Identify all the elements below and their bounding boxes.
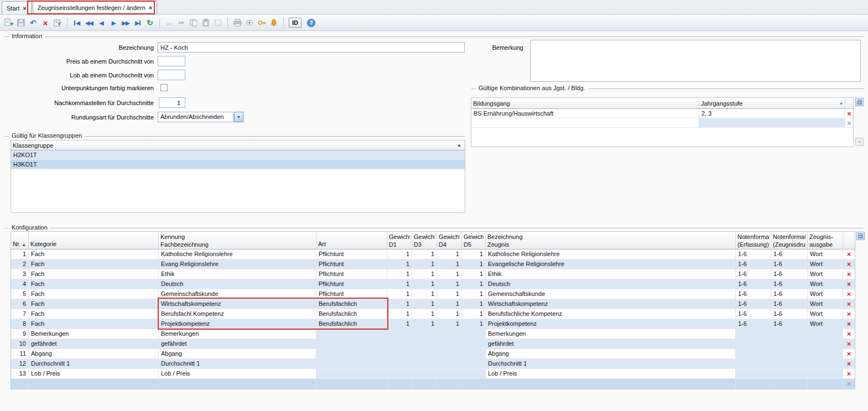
cell-kennung[interactable]: Ethik <box>159 269 316 279</box>
cell-art[interactable]: Pflichtunt <box>316 249 387 259</box>
table-row[interactable]: 5FachGemeinschaftskundePflichtunt1111Gem… <box>11 289 855 299</box>
cell-nr[interactable]: 12 <box>11 359 29 368</box>
cell-nr[interactable]: 8 <box>11 319 29 329</box>
table-row[interactable]: 6FachWirtschaftskompetenzBerufsfachlich1… <box>11 299 855 309</box>
delete-row-icon[interactable]: × <box>847 110 851 117</box>
cell-kennung[interactable]: Gemeinschaftskunde <box>159 289 316 299</box>
tab-start[interactable]: Start × <box>2 1 32 14</box>
cell-bezeichnung[interactable]: Ethik <box>486 269 736 279</box>
cell-kategorie[interactable]: Fach <box>29 319 159 329</box>
cell-nf_erf[interactable]: 1-6 <box>736 299 771 309</box>
cell-d4[interactable]: 1 <box>437 249 462 259</box>
cell-d4[interactable]: 1 <box>437 309 462 319</box>
delete-row-icon[interactable]: × <box>847 290 851 298</box>
delete-row-icon[interactable]: × <box>847 330 851 337</box>
cell-d1[interactable] <box>387 349 412 358</box>
bezeichnung-input[interactable] <box>158 42 465 53</box>
cell-nf_erf[interactable]: 1-6 <box>736 269 771 279</box>
cell-nf_druck[interactable]: 1-6 <box>771 299 808 309</box>
cell-nf_druck[interactable]: 1-6 <box>771 279 808 289</box>
table-row-empty[interactable]: × <box>471 118 853 128</box>
nav-prev-fast-icon[interactable]: ◀◀ <box>84 17 95 29</box>
cell-nf_erf[interactable] <box>736 359 771 368</box>
cell-art[interactable]: Pflichtunt <box>316 289 387 299</box>
cell-bezeichnung[interactable]: Lob / Preis <box>486 369 736 378</box>
delete-record-icon[interactable]: × <box>40 17 51 29</box>
cell-nf_druck[interactable]: 1-6 <box>771 249 808 259</box>
cell-nr[interactable]: 5 <box>11 289 29 299</box>
column-header-d4[interactable]: GewichtD4 <box>437 232 462 249</box>
cell-d3[interactable]: 1 <box>412 279 437 289</box>
tab-close-icon[interactable]: × <box>23 5 26 12</box>
table-row[interactable]: 1FachKatholische ReligionslehrePflichtun… <box>11 249 855 259</box>
cell-d5[interactable] <box>462 329 486 339</box>
cell-kennung[interactable]: Deutsch <box>159 279 316 289</box>
cell-d1[interactable]: 1 <box>387 279 412 289</box>
cell-art[interactable]: Berufsfachlich <box>316 319 387 329</box>
cell-nr[interactable]: 1 <box>11 249 29 259</box>
column-header-bildungsgang[interactable]: Bildungsgang <box>471 98 699 108</box>
cell-d5[interactable]: 1 <box>462 289 486 299</box>
cell-nr[interactable]: 11 <box>11 349 29 358</box>
nav-next-icon[interactable]: ▶ <box>108 17 119 29</box>
cell-d3[interactable] <box>412 359 437 368</box>
cell-kennung[interactable]: Evang.Religionslehre <box>159 259 316 269</box>
cell-kennung[interactable]: Projektkompetenz <box>159 319 316 329</box>
select-region-icon[interactable] <box>212 17 224 29</box>
unterpunktungen-checkbox[interactable] <box>160 84 168 91</box>
cell-d5[interactable]: 1 <box>462 279 486 289</box>
cell-ausgabe[interactable] <box>808 349 843 358</box>
cell-nf_erf[interactable]: 1-6 <box>736 259 771 269</box>
cell-nf_druck[interactable] <box>771 349 808 358</box>
cell-bezeichnung[interactable]: Berufsfachliche Kompetenz <box>486 309 736 319</box>
table-row[interactable]: 4FachDeutschPflichtunt1111Deutsch1-61-6W… <box>11 279 855 289</box>
delete-row-icon[interactable]: × <box>847 350 851 357</box>
cell-nf_erf[interactable]: 1-6 <box>736 309 771 319</box>
cell-d4[interactable] <box>437 339 462 348</box>
delete-row-icon[interactable]: × <box>847 251 851 258</box>
delete-row-icon[interactable]: × <box>847 270 851 278</box>
cell-ausgabe[interactable]: Wort <box>808 249 843 259</box>
cell-nr[interactable]: 3 <box>11 269 29 279</box>
column-header-d5[interactable]: GewichtD5 <box>462 232 486 249</box>
cell-ausgabe[interactable] <box>808 369 843 378</box>
cell-art[interactable] <box>316 329 387 339</box>
table-row[interactable]: 3FachEthikPflichtunt1111Ethik1-61-6Wort× <box>11 269 855 279</box>
delete-row-icon[interactable]: × <box>847 310 851 318</box>
cell-kennung[interactable]: gefährdet <box>159 339 316 348</box>
cell-d3[interactable] <box>412 369 437 378</box>
bell-icon[interactable] <box>268 17 279 29</box>
cell-art[interactable]: Pflichtunt <box>316 269 387 279</box>
column-options-button[interactable] <box>856 232 865 240</box>
nav-prev-icon[interactable]: ◀ <box>96 17 107 29</box>
column-header-jahrgangsstufe[interactable]: Jahrgangsstufe ▼ <box>699 98 845 108</box>
cell-nf_druck[interactable]: 1-6 <box>771 319 808 329</box>
cell-ausgabe[interactable]: Wort <box>808 279 843 289</box>
cell-ausgabe[interactable]: Wort <box>808 289 843 299</box>
cell-nf_druck[interactable] <box>771 339 808 348</box>
cell-kennung[interactable]: Wirtschaftskompetenz <box>159 299 316 309</box>
cell-kategorie[interactable]: Fach <box>29 289 159 299</box>
paste-icon[interactable] <box>200 17 211 29</box>
delete-row-icon[interactable]: × <box>847 261 851 268</box>
column-header-klassengruppe[interactable]: Klassengruppe ▲ <box>11 141 465 150</box>
save-icon[interactable] <box>15 17 27 29</box>
nav-last-icon[interactable]: ▶ <box>132 17 143 29</box>
cell-d4[interactable]: 1 <box>437 259 462 269</box>
help-icon[interactable]: ? <box>307 19 315 27</box>
cell-d1[interactable] <box>387 369 412 378</box>
list-item-klassengruppe[interactable]: H2KO1T <box>11 150 465 160</box>
table-row-empty[interactable]: × <box>11 379 855 389</box>
cell-ausgabe[interactable] <box>808 359 843 368</box>
cell-ausgabe[interactable]: Wort <box>808 309 843 319</box>
cell-art[interactable] <box>316 369 387 378</box>
cell-kennung[interactable]: Lob / Preis <box>159 369 316 378</box>
cell-bezeichnung[interactable]: Bemerkungen <box>486 329 736 339</box>
cell-kategorie[interactable]: Lob / Preis <box>29 369 159 378</box>
table-row[interactable]: 8FachProjektkompetenzBerufsfachlich1111P… <box>11 319 855 329</box>
delete-row-icon[interactable]: × <box>847 360 851 367</box>
cell-kennung[interactable]: Durchschnitt 1 <box>159 359 316 368</box>
cell-ausgabe[interactable] <box>808 339 843 348</box>
delete-row-icon[interactable]: × <box>847 340 851 347</box>
column-header-nr[interactable]: Nr. ▲ <box>11 232 29 249</box>
